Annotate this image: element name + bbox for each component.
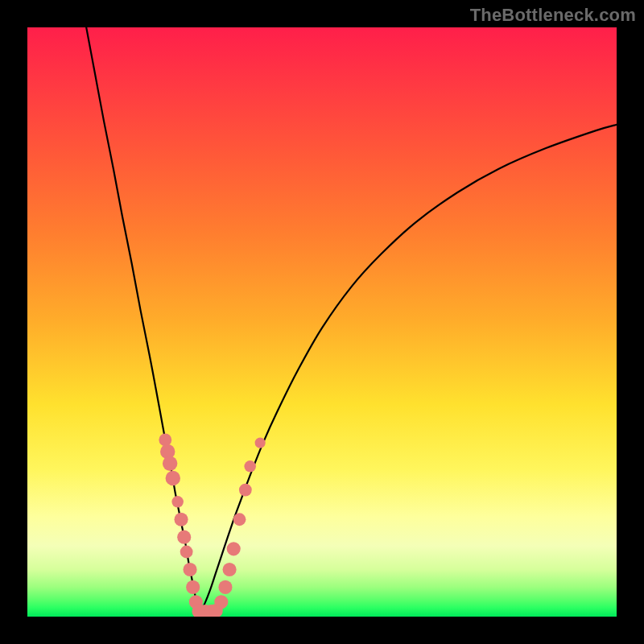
- data-marker: [174, 513, 188, 526]
- data-marker: [214, 595, 228, 609]
- data-marker: [239, 484, 252, 497]
- data-marker: [186, 580, 200, 594]
- chart-frame: TheBottleneck.com: [0, 0, 644, 644]
- data-marker: [177, 530, 191, 544]
- data-marker: [255, 437, 266, 448]
- data-marker: [159, 433, 171, 446]
- data-marker: [183, 563, 196, 576]
- data-marker: [163, 456, 177, 470]
- data-marker: [233, 513, 246, 526]
- data-marker: [227, 542, 241, 555]
- data-marker: [171, 496, 184, 508]
- data-marker: [218, 580, 232, 594]
- data-marker: [223, 563, 237, 576]
- data-marker: [244, 460, 256, 473]
- data-marker: [166, 471, 180, 485]
- watermark-text: TheBottleneck.com: [470, 5, 636, 26]
- data-marker: [180, 546, 193, 559]
- chart-plot-area: [27, 27, 617, 617]
- chart-svg: [27, 27, 617, 617]
- bottleneck-curve: [86, 27, 617, 615]
